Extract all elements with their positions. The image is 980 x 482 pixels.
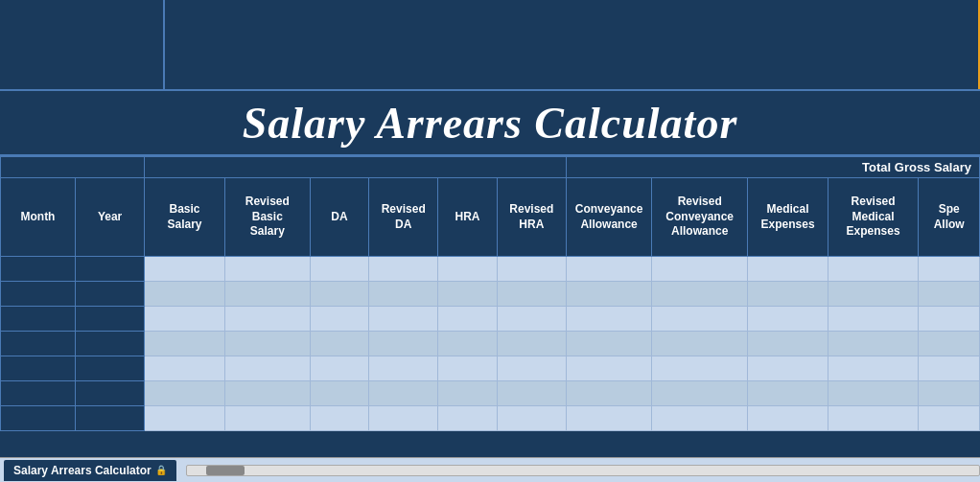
cell-revised-basic-salary[interactable] [224, 332, 310, 356]
cell-spe[interactable] [919, 257, 980, 282]
cell-da[interactable] [310, 406, 368, 431]
cell-year[interactable] [75, 332, 144, 356]
cell-da[interactable] [310, 332, 368, 356]
cell-revised-medical[interactable] [828, 257, 919, 282]
cell-month[interactable] [1, 282, 76, 307]
table-row[interactable] [1, 406, 980, 431]
scrollbar-thumb[interactable] [206, 466, 245, 475]
cell-revised-hra[interactable] [497, 381, 566, 406]
cell-basic-salary[interactable] [145, 381, 224, 406]
cell-revised-basic-salary[interactable] [224, 257, 310, 282]
cell-medical[interactable] [748, 356, 828, 381]
cell-revised-da[interactable] [369, 381, 438, 406]
cell-revised-medical[interactable] [828, 356, 919, 381]
cell-revised-hra[interactable] [497, 307, 566, 332]
cell-revised-da[interactable] [369, 257, 438, 282]
table-row[interactable] [1, 282, 980, 307]
table-row[interactable] [1, 307, 980, 332]
cell-basic-salary[interactable] [145, 307, 224, 332]
cell-conveyance[interactable] [567, 332, 652, 356]
cell-revised-hra[interactable] [497, 332, 566, 356]
cell-revised-conveyance[interactable] [652, 332, 748, 356]
cell-revised-da[interactable] [369, 406, 438, 431]
cell-revised-da[interactable] [369, 307, 438, 332]
cell-conveyance[interactable] [567, 257, 652, 282]
cell-medical[interactable] [748, 307, 828, 332]
cell-month[interactable] [1, 381, 76, 406]
cell-basic-salary[interactable] [145, 282, 224, 307]
cell-hra[interactable] [438, 406, 497, 431]
cell-year[interactable] [75, 307, 144, 332]
cell-revised-medical[interactable] [828, 406, 919, 431]
cell-basic-salary[interactable] [145, 257, 224, 282]
sheet-tab[interactable]: Salary Arrears Calculator 🔒 [4, 460, 176, 481]
cell-month[interactable] [1, 257, 76, 282]
cell-revised-hra[interactable] [497, 257, 566, 282]
horizontal-scrollbar[interactable] [186, 465, 980, 476]
cell-month[interactable] [1, 406, 76, 431]
cell-year[interactable] [75, 257, 144, 282]
cell-conveyance[interactable] [567, 381, 652, 406]
cell-da[interactable] [310, 307, 368, 332]
cell-revised-conveyance[interactable] [652, 307, 748, 332]
cell-revised-medical[interactable] [828, 307, 919, 332]
cell-revised-hra[interactable] [497, 406, 566, 431]
cell-basic-salary[interactable] [145, 356, 224, 381]
cell-revised-basic-salary[interactable] [224, 406, 310, 431]
cell-basic-salary[interactable] [145, 332, 224, 356]
cell-year[interactable] [75, 381, 144, 406]
cell-spe[interactable] [919, 406, 980, 431]
cell-spe[interactable] [919, 332, 980, 356]
cell-medical[interactable] [748, 381, 828, 406]
cell-medical[interactable] [748, 257, 828, 282]
cell-revised-hra[interactable] [497, 282, 566, 307]
cell-revised-medical[interactable] [828, 381, 919, 406]
cell-spe[interactable] [919, 381, 980, 406]
cell-revised-basic-salary[interactable] [224, 282, 310, 307]
cell-year[interactable] [75, 356, 144, 381]
cell-hra[interactable] [438, 332, 497, 356]
cell-da[interactable] [310, 282, 368, 307]
cell-conveyance[interactable] [567, 406, 652, 431]
cell-year[interactable] [75, 406, 144, 431]
cell-revised-conveyance[interactable] [652, 406, 748, 431]
cell-conveyance[interactable] [567, 356, 652, 381]
cell-da[interactable] [310, 356, 368, 381]
cell-revised-conveyance[interactable] [652, 356, 748, 381]
cell-revised-hra[interactable] [497, 356, 566, 381]
cell-year[interactable] [75, 282, 144, 307]
cell-revised-medical[interactable] [828, 332, 919, 356]
table-row[interactable] [1, 381, 980, 406]
cell-revised-medical[interactable] [828, 282, 919, 307]
table-row[interactable] [1, 257, 980, 282]
cell-da[interactable] [310, 381, 368, 406]
cell-revised-basic-salary[interactable] [224, 356, 310, 381]
cell-da[interactable] [310, 257, 368, 282]
cell-medical[interactable] [748, 282, 828, 307]
table-row[interactable] [1, 332, 980, 356]
cell-hra[interactable] [438, 381, 497, 406]
cell-hra[interactable] [438, 307, 497, 332]
cell-month[interactable] [1, 332, 76, 356]
cell-conveyance[interactable] [567, 282, 652, 307]
cell-revised-basic-salary[interactable] [224, 307, 310, 332]
cell-revised-da[interactable] [369, 332, 438, 356]
cell-revised-da[interactable] [369, 282, 438, 307]
cell-month[interactable] [1, 307, 76, 332]
cell-medical[interactable] [748, 406, 828, 431]
cell-basic-salary[interactable] [145, 406, 224, 431]
cell-revised-conveyance[interactable] [652, 381, 748, 406]
cell-revised-basic-salary[interactable] [224, 381, 310, 406]
cell-hra[interactable] [438, 257, 497, 282]
cell-revised-conveyance[interactable] [652, 282, 748, 307]
cell-month[interactable] [1, 356, 76, 381]
cell-spe[interactable] [919, 282, 980, 307]
cell-conveyance[interactable] [567, 307, 652, 332]
cell-medical[interactable] [748, 332, 828, 356]
table-row[interactable] [1, 356, 980, 381]
cell-spe[interactable] [919, 307, 980, 332]
cell-revised-da[interactable] [369, 356, 438, 381]
cell-spe[interactable] [919, 356, 980, 381]
cell-hra[interactable] [438, 282, 497, 307]
cell-hra[interactable] [438, 356, 497, 381]
